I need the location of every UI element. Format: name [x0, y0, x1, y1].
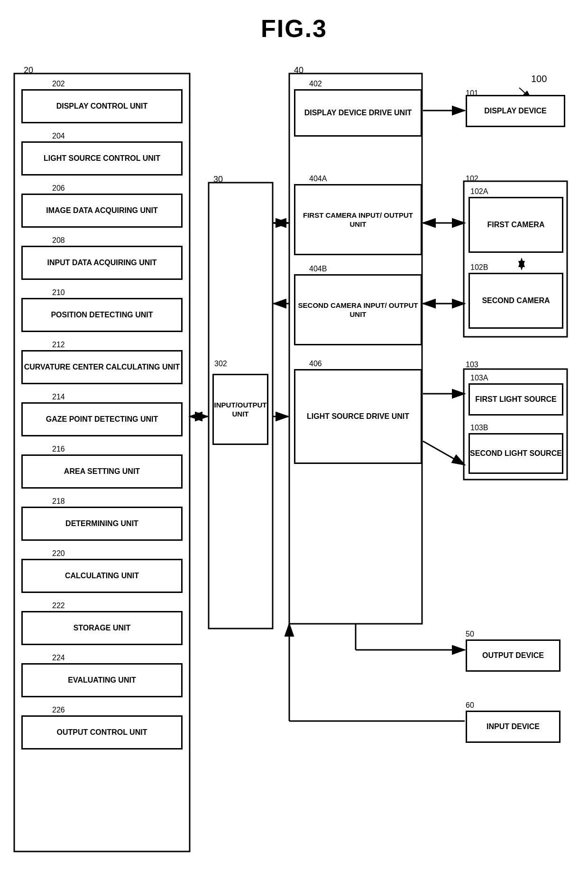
evaluating-unit: EVALUATING UNIT — [21, 663, 183, 697]
area-setting-unit: AREA SETTING UNIT — [21, 454, 183, 489]
storage-unit: STORAGE UNIT — [21, 611, 183, 645]
ref-302: 302 — [214, 360, 227, 368]
display-device-drive-unit: DISPLAY DEVICE DRIVE UNIT — [294, 89, 422, 137]
ref-216: 216 — [52, 445, 65, 453]
output-device: OUTPUT DEVICE — [466, 639, 560, 672]
ref-402: 402 — [309, 80, 322, 88]
first-light-source: FIRST LIGHT SOURCE — [469, 383, 563, 416]
output-control-unit: OUTPUT CONTROL UNIT — [21, 715, 183, 749]
ref-103B: 103B — [470, 424, 488, 432]
light-source-control-unit: LIGHT SOURCE CONTROL UNIT — [21, 141, 183, 176]
input-data-acquiring-unit: INPUT DATA ACQUIRING UNIT — [21, 246, 183, 280]
ref-404A: 404A — [309, 175, 327, 183]
svg-line-16 — [423, 441, 465, 465]
ref-404B: 404B — [309, 265, 327, 273]
ref-204: 204 — [52, 132, 65, 140]
ref-212: 212 — [52, 341, 65, 349]
ref-102B: 102B — [470, 263, 488, 272]
block40-label: 40 — [294, 65, 303, 75]
ref-226: 226 — [52, 706, 65, 714]
ref-214: 214 — [52, 393, 65, 401]
ref-406: 406 — [309, 360, 322, 368]
ref-102A: 102A — [470, 187, 488, 196]
ref-100-label: 100 — [531, 74, 547, 84]
ref-202: 202 — [52, 80, 65, 88]
image-data-acquiring-unit: IMAGE DATA ACQUIRING UNIT — [21, 194, 183, 228]
input-output-unit: INPUT/OUTPUT UNIT — [212, 374, 268, 445]
first-camera-io-unit: FIRST CAMERA INPUT/ OUTPUT UNIT — [294, 184, 422, 255]
block20-label: 20 — [24, 65, 33, 75]
curvature-center-unit: CURVATURE CENTER CALCULATING UNIT — [21, 350, 183, 384]
ref-220: 220 — [52, 549, 65, 558]
ref-222: 222 — [52, 601, 65, 610]
ref-224: 224 — [52, 654, 65, 662]
second-camera: SECOND CAMERA — [469, 273, 563, 329]
display-device: DISPLAY DEVICE — [466, 95, 565, 127]
page-title: FIG.3 — [0, 0, 588, 43]
calculating-unit: CALCULATING UNIT — [21, 559, 183, 593]
ref-50: 50 — [466, 630, 474, 638]
gaze-point-unit: GAZE POINT DETECTING UNIT — [21, 402, 183, 436]
input-device: INPUT DEVICE — [466, 711, 560, 743]
second-camera-io-unit: SECOND CAMERA INPUT/ OUTPUT UNIT — [294, 274, 422, 345]
ref-218: 218 — [52, 497, 65, 506]
determining-unit: DETERMINING UNIT — [21, 507, 183, 541]
ref-208: 208 — [52, 236, 65, 245]
ref-210: 210 — [52, 288, 65, 297]
first-camera: FIRST CAMERA — [469, 197, 563, 253]
display-control-unit: DISPLAY CONTROL UNIT — [21, 89, 183, 123]
ref-206: 206 — [52, 184, 65, 193]
ref-103A: 103A — [470, 374, 488, 382]
second-light-source: SECOND LIGHT SOURCE — [469, 433, 563, 474]
light-source-drive-unit: LIGHT SOURCE DRIVE UNIT — [294, 369, 422, 464]
ref-60: 60 — [466, 701, 474, 710]
ref-103: 103 — [466, 361, 478, 369]
block30-label: 30 — [213, 175, 223, 185]
svg-rect-6 — [289, 74, 422, 624]
position-detecting-unit: POSITION DETECTING UNIT — [21, 298, 183, 332]
